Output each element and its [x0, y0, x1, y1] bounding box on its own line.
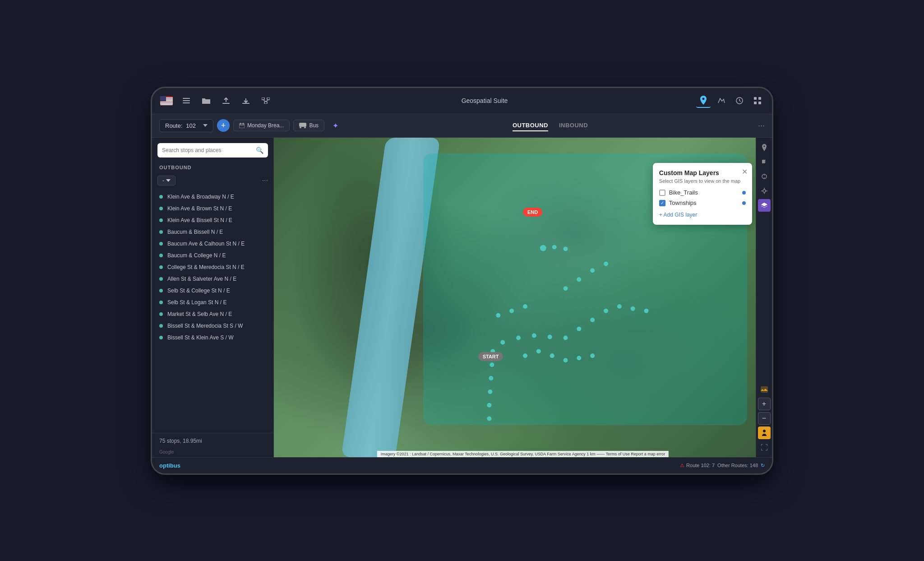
top-bar: Geospatial Suite	[152, 88, 772, 114]
svg-rect-7	[267, 97, 270, 100]
fullscreen-button[interactable]	[758, 441, 771, 454]
list-item[interactable]: Klein Ave & Bissell St N / E	[152, 214, 273, 226]
stop-dot	[159, 277, 163, 281]
stop-dot	[159, 289, 163, 292]
stops-more-btn[interactable]: ···	[262, 176, 268, 185]
svg-rect-0	[183, 98, 190, 99]
layers-panel-title: Custom Map Layers	[659, 169, 746, 176]
map-area[interactable]: END START Imagery ©2021 : Landsat / Cope…	[274, 138, 772, 457]
route-status-label: Route 102: 7	[686, 463, 715, 468]
list-item[interactable]: Klein Ave & Broadway N / E	[152, 191, 273, 203]
folder-icon-btn[interactable]	[199, 93, 213, 108]
schedule-label: Monday Brea...	[247, 122, 284, 129]
list-item[interactable]: Market St & Selb Ave N / E	[152, 308, 273, 320]
stop-name: Selb St & College St N / E	[167, 287, 230, 294]
upload-icon-btn[interactable]	[219, 93, 233, 108]
svg-rect-2	[183, 102, 190, 103]
close-layers-panel-button[interactable]: ✕	[742, 167, 748, 176]
stop-name: Baucum Ave & Calhoun St N / E	[167, 241, 245, 247]
svg-rect-12	[758, 97, 761, 100]
map-pin-tool-btn[interactable]	[758, 141, 771, 154]
street-view-button[interactable]	[758, 427, 771, 439]
stop-name: Baucum & Bissell N / E	[167, 229, 223, 235]
route-number: 102	[186, 122, 199, 129]
direction-tabs: OUTBOUND INBOUND	[346, 120, 754, 131]
stop-name: Klein Ave & Broadway N / E	[167, 194, 234, 200]
map-attribution: Imagery ©2021 : Landsat / Copernicus, Ma…	[377, 451, 669, 457]
other-routes-item: Other Routes: 148	[717, 463, 758, 468]
route-selector[interactable]: Route: 102	[159, 119, 213, 132]
stop-name: Market St & Selb Ave N / E	[167, 311, 232, 317]
stop-dot	[159, 336, 163, 339]
collapse-label: -	[162, 177, 164, 184]
bike-trails-label: Bike_Trails	[669, 189, 739, 196]
route-status-icon: ⚠	[680, 463, 684, 468]
list-item[interactable]: Baucum & Bissell N / E	[152, 226, 273, 238]
stop-name: Klein Ave & Bissell St N / E	[167, 217, 232, 223]
zoom-out-button[interactable]: −	[758, 412, 771, 425]
bike-trails-checkbox[interactable]	[659, 190, 665, 196]
stop-dot	[159, 301, 163, 304]
map-image-btn[interactable]	[758, 383, 771, 396]
location-tool-btn[interactable]	[758, 185, 771, 197]
network-icon-btn[interactable]	[259, 93, 273, 108]
flag-tool-btn[interactable]	[758, 156, 771, 168]
route-icon-btn[interactable]	[714, 93, 729, 108]
collapse-button[interactable]: -	[157, 176, 176, 185]
list-item[interactable]: Bissell St & Klein Ave S / W	[152, 332, 273, 343]
map-pin-icon-btn[interactable]	[696, 93, 711, 108]
svg-rect-63	[761, 386, 768, 393]
calendar-icon	[239, 123, 245, 128]
top-bar-right	[696, 93, 765, 108]
list-item[interactable]: Baucum Ave & Calhoun St N / E	[152, 238, 273, 250]
list-item[interactable]: Baucum & College N / E	[152, 250, 273, 261]
device-inner: Geospatial Suite	[152, 88, 772, 473]
circle-tool-btn[interactable]	[758, 170, 771, 183]
search-input[interactable]	[162, 147, 252, 153]
stop-dot	[159, 230, 163, 234]
stop-dot	[159, 242, 163, 246]
tab-inbound[interactable]: INBOUND	[559, 120, 588, 131]
refresh-icon[interactable]: ↻	[761, 463, 765, 468]
bottom-status: ⚠ Route 102: 7 Other Routes: 148 ↻	[680, 463, 765, 468]
schedule-selector[interactable]: Monday Brea...	[233, 120, 290, 131]
svg-rect-14	[758, 102, 761, 104]
list-item[interactable]: Bissell St & Meredocia St S / W	[152, 320, 273, 332]
history-icon-btn[interactable]	[732, 93, 747, 108]
list-item[interactable]: Selb St & Logan St N / E	[152, 297, 273, 308]
add-gis-layer-link[interactable]: + Add GIS layer	[659, 212, 697, 218]
search-container: 🔍	[157, 143, 268, 158]
chevron-down-icon	[203, 124, 208, 127]
start-marker: START	[478, 352, 504, 361]
flag-icon-btn[interactable]	[159, 93, 174, 108]
bus-label: Bus	[309, 122, 319, 129]
menu-icon-btn[interactable]	[179, 93, 194, 108]
stop-dot	[159, 254, 163, 257]
add-route-button[interactable]: +	[217, 119, 230, 132]
list-item[interactable]: College St & Meredocia St N / E	[152, 261, 273, 273]
svg-rect-13	[754, 102, 757, 104]
vehicle-selector[interactable]: Bus	[293, 120, 324, 131]
zoom-in-button[interactable]: +	[758, 398, 771, 410]
tab-outbound[interactable]: OUTBOUND	[513, 120, 548, 131]
stop-name: College St & Meredocia St N / E	[167, 264, 245, 270]
stop-dot	[159, 265, 163, 269]
list-item[interactable]: Allen St & Salveter Ave N / E	[152, 273, 273, 285]
list-item[interactable]: Klein Ave & Brown St N / E	[152, 203, 273, 214]
stops-footer: 75 stops, 18.95mi	[152, 433, 273, 449]
layer-item-bike-trails: Bike_Trails	[659, 189, 746, 196]
layers-tool-btn[interactable]	[758, 199, 771, 212]
stops-controls: - ···	[152, 174, 273, 189]
more-options-btn[interactable]: ···	[758, 121, 765, 130]
svg-rect-19	[299, 123, 306, 127]
grid-icon-btn[interactable]	[750, 93, 765, 108]
layers-panel-subtitle: Select GIS layers to view on the map	[659, 178, 746, 184]
stop-dot	[159, 324, 163, 328]
svg-line-9	[266, 100, 268, 102]
search-icon: 🔍	[256, 147, 263, 154]
magic-tool-btn[interactable]: ✦	[328, 118, 342, 133]
list-item[interactable]: Selb St & College St N / E	[152, 285, 273, 297]
download-icon-btn[interactable]	[239, 93, 253, 108]
townships-checkbox[interactable]: ✓	[659, 200, 665, 206]
optibus-logo: optibus	[159, 462, 180, 469]
